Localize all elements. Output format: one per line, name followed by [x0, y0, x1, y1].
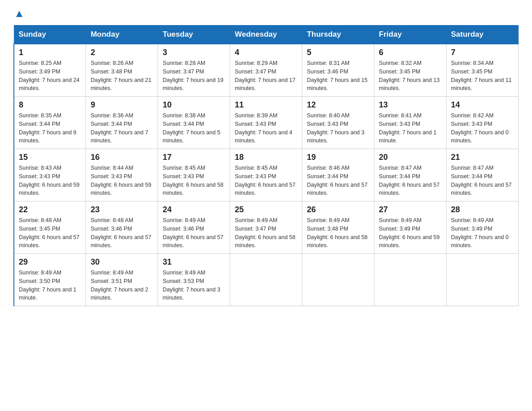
sunrise-label: Sunrise: 8:47 AM [379, 165, 421, 171]
day-number: 24 [163, 205, 225, 214]
sunrise-label: Sunrise: 8:31 AM [307, 60, 349, 66]
daylight-label: Daylight: 6 hours and 59 minutes. [19, 182, 80, 197]
daylight-label: Daylight: 7 hours and 17 minutes. [235, 77, 296, 92]
day-info: Sunrise: 8:25 AM Sunset: 3:49 PM Dayligh… [19, 59, 81, 93]
table-row: 3 Sunrise: 8:28 AM Sunset: 3:47 PM Dayli… [158, 44, 230, 97]
day-info: Sunrise: 8:41 AM Sunset: 3:43 PM Dayligh… [379, 111, 442, 145]
table-row: 25 Sunrise: 8:49 AM Sunset: 3:47 PM Dayl… [230, 201, 302, 254]
day-info: Sunrise: 8:46 AM Sunset: 3:44 PM Dayligh… [307, 164, 369, 197]
day-info: Sunrise: 8:39 AM Sunset: 3:43 PM Dayligh… [235, 111, 297, 145]
sunrise-label: Sunrise: 8:49 AM [307, 217, 349, 223]
sunrise-label: Sunrise: 8:46 AM [307, 165, 349, 171]
table-row: 27 Sunrise: 8:49 AM Sunset: 3:49 PM Dayl… [374, 201, 446, 254]
sunrise-label: Sunrise: 8:28 AM [163, 60, 205, 66]
day-number: 27 [379, 205, 442, 214]
table-row: 8 Sunrise: 8:35 AM Sunset: 3:44 PM Dayli… [14, 97, 86, 149]
day-number: 31 [163, 257, 225, 267]
sunrise-label: Sunrise: 8:45 AM [163, 165, 205, 171]
daylight-label: Daylight: 6 hours and 58 minutes. [307, 234, 368, 249]
header-monday: Monday [86, 26, 158, 44]
sunrise-label: Sunrise: 8:39 AM [235, 112, 277, 119]
day-number: 5 [307, 48, 369, 57]
day-number: 18 [235, 153, 297, 162]
sunset-label: Sunset: 3:49 PM [379, 226, 420, 232]
daylight-label: Daylight: 6 hours and 57 minutes. [307, 182, 368, 197]
header-thursday: Thursday [302, 26, 374, 44]
calendar-week-row: 1 Sunrise: 8:25 AM Sunset: 3:49 PM Dayli… [14, 44, 519, 97]
sunrise-label: Sunrise: 8:38 AM [163, 112, 205, 119]
day-number: 23 [90, 205, 153, 214]
day-number: 8 [19, 100, 81, 110]
day-info: Sunrise: 8:28 AM Sunset: 3:47 PM Dayligh… [163, 59, 225, 93]
day-number: 9 [90, 100, 153, 110]
sunset-label: Sunset: 3:53 PM [163, 278, 204, 284]
calendar-week-row: 8 Sunrise: 8:35 AM Sunset: 3:44 PM Dayli… [14, 97, 519, 149]
daylight-label: Daylight: 7 hours and 4 minutes. [235, 129, 292, 144]
day-info: Sunrise: 8:42 AM Sunset: 3:43 PM Dayligh… [451, 111, 514, 145]
table-row: 2 Sunrise: 8:26 AM Sunset: 3:48 PM Dayli… [86, 44, 158, 97]
sunset-label: Sunset: 3:45 PM [19, 226, 60, 232]
day-info: Sunrise: 8:49 AM Sunset: 3:47 PM Dayligh… [235, 216, 297, 250]
sunrise-label: Sunrise: 8:34 AM [451, 60, 493, 66]
sunrise-label: Sunrise: 8:43 AM [19, 165, 61, 171]
table-row: 6 Sunrise: 8:32 AM Sunset: 3:45 PM Dayli… [374, 44, 446, 97]
day-number: 17 [163, 153, 225, 162]
daylight-label: Daylight: 7 hours and 24 minutes. [19, 77, 80, 92]
sunrise-label: Sunrise: 8:29 AM [235, 60, 277, 66]
day-info: Sunrise: 8:29 AM Sunset: 3:47 PM Dayligh… [235, 59, 297, 93]
sunset-label: Sunset: 3:47 PM [163, 68, 204, 75]
day-number: 14 [451, 100, 514, 110]
calendar-week-row: 15 Sunrise: 8:43 AM Sunset: 3:43 PM Dayl… [14, 149, 519, 201]
daylight-label: Daylight: 6 hours and 57 minutes. [451, 182, 512, 197]
sunrise-label: Sunrise: 8:49 AM [379, 217, 421, 223]
day-number: 3 [163, 48, 225, 57]
table-row: 9 Sunrise: 8:36 AM Sunset: 3:44 PM Dayli… [86, 97, 158, 149]
day-number: 30 [90, 257, 153, 267]
table-row: 11 Sunrise: 8:39 AM Sunset: 3:43 PM Dayl… [230, 97, 302, 149]
daylight-label: Daylight: 6 hours and 59 minutes. [90, 182, 151, 197]
sunrise-label: Sunrise: 8:49 AM [235, 217, 277, 223]
day-number: 26 [307, 205, 369, 214]
sunset-label: Sunset: 3:43 PM [379, 121, 420, 127]
daylight-label: Daylight: 6 hours and 57 minutes. [90, 234, 151, 249]
header-saturday: Saturday [446, 26, 519, 44]
day-info: Sunrise: 8:34 AM Sunset: 3:45 PM Dayligh… [451, 59, 514, 93]
day-info: Sunrise: 8:45 AM Sunset: 3:43 PM Dayligh… [163, 164, 225, 197]
sunrise-label: Sunrise: 8:49 AM [19, 270, 61, 276]
header-sunday: Sunday [14, 26, 86, 44]
sunset-label: Sunset: 3:43 PM [235, 173, 276, 180]
table-row [374, 254, 446, 306]
day-info: Sunrise: 8:43 AM Sunset: 3:43 PM Dayligh… [19, 164, 81, 197]
sunset-label: Sunset: 3:44 PM [90, 121, 132, 127]
table-row: 21 Sunrise: 8:47 AM Sunset: 3:44 PM Dayl… [446, 149, 519, 201]
weekday-header-row: Sunday Monday Tuesday Wednesday Thursday… [14, 26, 519, 44]
day-info: Sunrise: 8:49 AM Sunset: 3:50 PM Dayligh… [19, 269, 81, 302]
sunset-label: Sunset: 3:49 PM [451, 226, 492, 232]
sunrise-label: Sunrise: 8:36 AM [90, 112, 133, 119]
day-info: Sunrise: 8:36 AM Sunset: 3:44 PM Dayligh… [90, 111, 153, 145]
day-info: Sunrise: 8:47 AM Sunset: 3:44 PM Dayligh… [379, 164, 442, 197]
day-number: 2 [90, 48, 153, 57]
day-info: Sunrise: 8:31 AM Sunset: 3:46 PM Dayligh… [307, 59, 369, 93]
logo [13, 9, 24, 21]
sunset-label: Sunset: 3:46 PM [163, 226, 204, 232]
daylight-label: Daylight: 6 hours and 57 minutes. [235, 182, 296, 197]
day-info: Sunrise: 8:49 AM Sunset: 3:51 PM Dayligh… [90, 269, 153, 302]
table-row: 7 Sunrise: 8:34 AM Sunset: 3:45 PM Dayli… [446, 44, 519, 97]
day-info: Sunrise: 8:35 AM Sunset: 3:44 PM Dayligh… [19, 111, 81, 145]
table-row: 19 Sunrise: 8:46 AM Sunset: 3:44 PM Dayl… [302, 149, 374, 201]
table-row: 17 Sunrise: 8:45 AM Sunset: 3:43 PM Dayl… [158, 149, 230, 201]
sunrise-label: Sunrise: 8:42 AM [451, 112, 493, 119]
sunset-label: Sunset: 3:43 PM [19, 173, 60, 180]
day-info: Sunrise: 8:47 AM Sunset: 3:44 PM Dayligh… [451, 164, 514, 197]
table-row: 12 Sunrise: 8:40 AM Sunset: 3:43 PM Dayl… [302, 97, 374, 149]
calendar-table: Sunday Monday Tuesday Wednesday Thursday… [13, 25, 519, 306]
daylight-label: Daylight: 7 hours and 7 minutes. [90, 129, 148, 144]
daylight-label: Daylight: 7 hours and 5 minutes. [163, 129, 220, 144]
daylight-label: Daylight: 7 hours and 19 minutes. [163, 77, 223, 92]
day-number: 1 [19, 48, 81, 57]
daylight-label: Daylight: 7 hours and 11 minutes. [451, 77, 512, 92]
daylight-label: Daylight: 6 hours and 57 minutes. [379, 182, 440, 197]
sunset-label: Sunset: 3:49 PM [19, 68, 60, 75]
sunset-label: Sunset: 3:47 PM [235, 68, 276, 75]
